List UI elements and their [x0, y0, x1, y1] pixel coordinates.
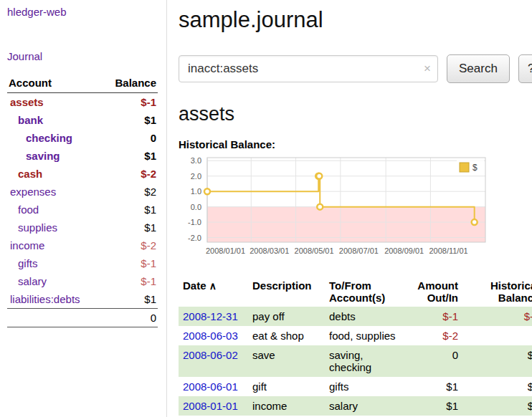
- accounts-col-balance: Balance: [102, 75, 158, 93]
- transaction-amount: $-1: [409, 307, 462, 326]
- account-link[interactable]: food: [18, 203, 39, 216]
- register-row: 2008-06-02savesaving, checking0$2: [179, 345, 532, 377]
- account-link[interactable]: assets: [10, 96, 44, 108]
- register-col-description: Description: [248, 277, 325, 307]
- account-row: income$-2: [7, 236, 158, 254]
- register-col-amount: Amount Out/In: [409, 277, 462, 307]
- date-header-label: Date: [183, 279, 206, 292]
- account-link[interactable]: income: [10, 239, 44, 251]
- register-col-balance: Historical Balance: [462, 277, 532, 307]
- y-tick-label: -1.0: [188, 218, 201, 226]
- legend-swatch: [460, 163, 469, 172]
- y-tick-label: 0.0: [191, 203, 201, 211]
- x-tick-label: 2008/11/01: [429, 246, 467, 255]
- transaction-accounts: gifts: [325, 377, 409, 396]
- transaction-amount: 0: [409, 345, 462, 377]
- account-balance: $-2: [102, 236, 158, 254]
- transaction-amount: $1: [409, 396, 462, 416]
- help-button[interactable]: ?: [518, 54, 532, 83]
- data-point-marker: [317, 204, 323, 210]
- transaction-date-link[interactable]: 2008-06-02: [183, 349, 238, 361]
- transaction-date-link[interactable]: 2008-06-03: [183, 330, 238, 342]
- account-link[interactable]: gifts: [18, 257, 38, 269]
- transaction-accounts: saving, checking: [325, 345, 409, 377]
- search-button[interactable]: Search: [447, 54, 510, 83]
- account-row: salary$-1: [7, 272, 158, 290]
- transaction-description: gift: [248, 377, 325, 396]
- transaction-balance: 0: [462, 326, 532, 345]
- y-tick-label: 1.0: [191, 187, 201, 196]
- account-link[interactable]: supplies: [18, 221, 57, 234]
- account-balance: $1: [102, 147, 158, 165]
- transaction-date-link[interactable]: 2008-01-01: [183, 400, 238, 412]
- account-row: supplies$1: [7, 219, 158, 236]
- y-tick-label: 3.0: [191, 156, 201, 165]
- transaction-balance: $1: [462, 396, 532, 416]
- main-content: sample.journal × Search ? assets Histori…: [167, 0, 532, 417]
- sidebar-nav: Journal: [7, 50, 158, 63]
- transaction-balance: $2: [462, 377, 532, 396]
- x-tick-label: 2008/07/01: [339, 246, 379, 255]
- transaction-amount: $-2: [409, 326, 462, 345]
- account-link[interactable]: saving: [26, 150, 60, 162]
- transaction-balance: $2: [462, 345, 532, 377]
- accounts-total-balance: 0: [102, 309, 158, 327]
- transaction-date-link[interactable]: 2008-12-31: [183, 310, 238, 322]
- account-balance: $-1: [102, 254, 158, 272]
- accounts-table: Account Balance assets$-1bank$1checking0…: [7, 75, 158, 327]
- journal-link[interactable]: Journal: [7, 50, 42, 62]
- register-row: 2008-06-01giftgifts$1$2: [179, 377, 532, 396]
- account-row: saving$1: [7, 147, 158, 165]
- page-title: sample.journal: [179, 7, 532, 33]
- y-tick-label: -2.0: [188, 234, 201, 242]
- transaction-description: pay off: [248, 307, 325, 326]
- account-row: gifts$-1: [7, 254, 158, 272]
- register-row: 2008-01-01incomesalary$1$1: [179, 396, 532, 416]
- search-bar: × Search ?: [179, 54, 532, 83]
- x-tick-label: 2008/01/01: [206, 246, 245, 255]
- account-balance: 0: [102, 129, 158, 147]
- account-link[interactable]: expenses: [10, 186, 56, 198]
- data-point-marker: [204, 188, 210, 194]
- accounts-total-spacer: [7, 309, 102, 327]
- account-balance: $-1: [102, 272, 158, 290]
- transaction-description: eat & shop: [248, 326, 325, 345]
- accounts-total-row: 0: [7, 309, 158, 327]
- data-point-marker: [472, 219, 478, 225]
- negative-region: [207, 207, 485, 242]
- clear-search-icon[interactable]: ×: [424, 62, 431, 76]
- register-col-date[interactable]: Date ∧: [179, 277, 248, 307]
- account-heading: assets: [179, 103, 532, 125]
- historical-balance-chart: 3.02.01.00.0-1.0-2.02008/01/012008/03/01…: [179, 153, 516, 262]
- transaction-description: save: [248, 345, 325, 377]
- account-balance: $2: [102, 183, 158, 201]
- account-balance: $1: [102, 290, 158, 309]
- search-input[interactable]: [179, 55, 438, 82]
- brand-link[interactable]: hledger-web: [7, 6, 67, 18]
- register-table: Date ∧ Description To/From Account(s) Am…: [179, 277, 532, 416]
- transaction-description: income: [248, 396, 325, 416]
- sort-asc-icon: ∧: [209, 280, 217, 292]
- account-link[interactable]: bank: [18, 114, 43, 126]
- account-link[interactable]: salary: [18, 275, 47, 287]
- x-tick-label: 2008/03/01: [250, 246, 289, 255]
- y-tick-label: 2.0: [191, 172, 201, 181]
- accounts-col-account: Account: [7, 75, 102, 93]
- data-point-marker: [316, 173, 322, 179]
- account-balance: $1: [102, 111, 158, 129]
- account-link[interactable]: cash: [18, 168, 42, 180]
- register-header-row: Date ∧ Description To/From Account(s) Am…: [179, 277, 532, 307]
- account-balance: $-2: [102, 165, 158, 183]
- account-balance: $1: [102, 201, 158, 219]
- register-col-accounts: To/From Account(s): [325, 277, 409, 307]
- transaction-date-link[interactable]: 2008-06-01: [183, 380, 238, 393]
- account-row: bank$1: [7, 111, 158, 129]
- account-balance: $-1: [102, 93, 158, 112]
- account-link[interactable]: liabilities:debts: [10, 293, 80, 305]
- legend-label: $: [472, 163, 478, 173]
- account-row: assets$-1: [7, 93, 158, 112]
- register-row: 2008-12-31pay offdebts$-1$-1: [179, 307, 532, 326]
- account-link[interactable]: checking: [26, 132, 72, 144]
- x-tick-label: 2008/05/01: [295, 246, 334, 255]
- transaction-accounts: salary: [325, 396, 409, 416]
